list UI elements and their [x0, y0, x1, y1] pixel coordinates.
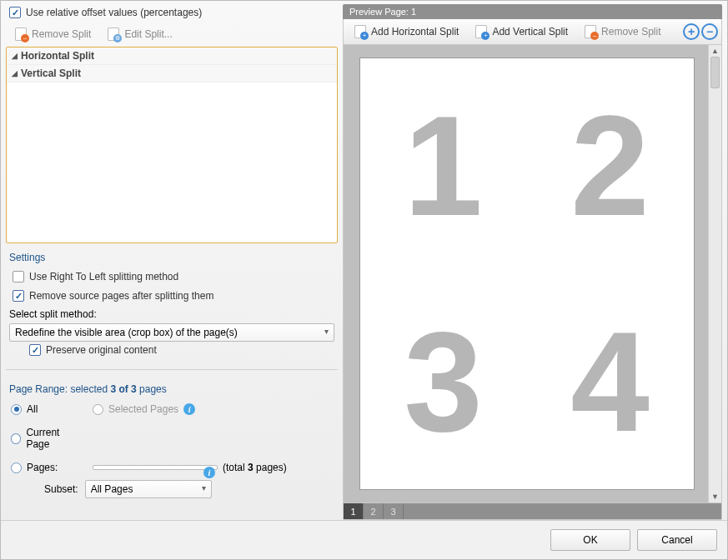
main-area: Use relative offset values (percentages)… [1, 1, 727, 520]
add-vertical-label: Add Vertical Split [492, 26, 568, 38]
add-vertical-split-button[interactable]: Add Vertical Split [468, 21, 575, 42]
total-pages-label: (total 3 pages) [223, 462, 287, 473]
radio-current-row[interactable]: Current Page [9, 423, 84, 453]
preview-header: Preview Page: 1 [343, 4, 722, 19]
quadrant-3: 3 [360, 274, 527, 490]
page-tab-2[interactable]: 2 [364, 503, 384, 519]
remove-split-label: Remove Split [32, 28, 91, 40]
split-tree[interactable]: ◢ Horizontal Split ◢ Vertical Split [6, 47, 338, 243]
radio-all-row[interactable]: All [9, 400, 84, 418]
split-method-value: Redefine the visible area (crop box) of … [15, 327, 238, 338]
subset-row: Subset: All Pages [6, 477, 338, 498]
preview-body: 1 2 3 4 ▲ ▼ [343, 45, 722, 503]
doc-v-icon [475, 25, 487, 38]
divider [6, 369, 338, 370]
add-horizontal-label: Add Horizontal Split [371, 26, 459, 38]
settings-block: Use Right To Left splitting method Remov… [6, 268, 338, 361]
preview-remove-split-label: Remove Split [601, 26, 660, 38]
remove-source-label: Remove source pages after splitting them [29, 290, 213, 302]
zoom-out-button[interactable]: − [701, 23, 718, 40]
gear-badge-icon [113, 34, 122, 42]
rtl-label: Use Right To Left splitting method [29, 271, 178, 282]
quadrant-2: 2 [527, 58, 694, 274]
edit-split-button: Edit Split... [100, 23, 179, 45]
minus-badge-icon [590, 32, 599, 40]
plus-badge-icon [360, 32, 369, 40]
use-relative-offset-row[interactable]: Use relative offset values (percentages) [6, 4, 338, 23]
radio-pages-row[interactable]: Pages: [9, 458, 84, 477]
info-icon[interactable] [183, 403, 195, 415]
tree-horizontal-split[interactable]: ◢ Horizontal Split [7, 48, 337, 65]
left-toolbar: Remove Split Edit Split... [6, 23, 338, 47]
select-split-method-label: Select split method: [9, 307, 334, 323]
subset-label: Subset: [44, 483, 78, 495]
radio-selected-row: Selected Pages [91, 400, 334, 418]
preview-remove-split-button: Remove Split [577, 21, 668, 42]
page-range-suffix: pages [137, 383, 167, 395]
edit-split-label: Edit Split... [124, 28, 172, 40]
split-pages-dialog: Use relative offset values (percentages)… [0, 0, 728, 560]
add-horizontal-split-button[interactable]: Add Horizontal Split [347, 21, 466, 42]
remove-source-checkbox[interactable] [13, 290, 24, 302]
preview-page-tabs: 1 2 3 [343, 503, 722, 520]
scroll-down-icon[interactable]: ▼ [709, 491, 721, 502]
preserve-label: Preserve original content [46, 344, 157, 356]
pages-input-row: (total 3 pages) [91, 458, 334, 477]
caret-icon: ◢ [12, 52, 18, 60]
caret-icon: ◢ [12, 69, 18, 78]
subset-value: All Pages [91, 483, 133, 495]
tree-vertical-label: Vertical Split [21, 68, 81, 79]
scroll-thumb[interactable] [710, 57, 720, 88]
subset-select[interactable]: All Pages [85, 480, 212, 498]
page-tab-3[interactable]: 3 [384, 503, 404, 519]
radio-current-label: Current Page [26, 427, 83, 450]
settings-title: Settings [6, 243, 338, 268]
preserve-checkbox[interactable] [29, 344, 41, 356]
radio-pages[interactable] [11, 462, 22, 473]
remove-split-button: Remove Split [8, 23, 98, 45]
use-relative-offset-label: Use relative offset values (percentages) [26, 7, 202, 18]
zoom-in-button[interactable]: + [683, 23, 700, 40]
preview-panel: Preview Page: 1 Add Horizontal Split Add… [343, 4, 722, 520]
preview-scrollbar[interactable]: ▲ ▼ [708, 45, 721, 502]
doc-edit-icon [108, 28, 119, 41]
radio-all-label: All [27, 403, 38, 415]
split-method-select[interactable]: Redefine the visible area (crop box) of … [9, 323, 334, 342]
minus-badge-icon [21, 34, 29, 42]
rtl-row[interactable]: Use Right To Left splitting method [9, 268, 334, 288]
cancel-button[interactable]: Cancel [637, 529, 717, 551]
page-range-prefix: Page Range: selected [9, 383, 110, 395]
scroll-up-icon[interactable]: ▲ [709, 45, 721, 57]
tree-horizontal-label: Horizontal Split [21, 50, 94, 62]
pages-input[interactable] [93, 465, 218, 470]
dialog-footer: OK Cancel [1, 520, 727, 559]
page-range-title: Page Range: selected 3 of 3 pages [6, 375, 338, 400]
radio-selected-label: Selected Pages [108, 403, 178, 415]
radio-pages-label: Pages: [27, 462, 58, 473]
page-area[interactable]: 1 2 3 4 [344, 45, 708, 502]
tree-vertical-split[interactable]: ◢ Vertical Split [7, 65, 337, 82]
page-range-block: All Selected Pages Current Page Pages: [6, 400, 338, 477]
doc-h-icon [354, 25, 366, 38]
ok-button[interactable]: OK [550, 529, 630, 551]
remove-source-row[interactable]: Remove source pages after splitting them [9, 288, 334, 307]
radio-all[interactable] [11, 404, 22, 415]
radio-current[interactable] [11, 433, 21, 444]
left-panel: Use relative offset values (percentages)… [6, 4, 338, 520]
page-tab-1[interactable]: 1 [344, 503, 364, 519]
preview-page: 1 2 3 4 [360, 58, 694, 489]
rtl-checkbox[interactable] [13, 271, 24, 282]
preview-toolbar: Add Horizontal Split Add Vertical Split … [343, 19, 722, 45]
quadrant-1: 1 [360, 58, 527, 274]
info-icon[interactable] [203, 467, 215, 478]
preserve-row[interactable]: Preserve original content [9, 342, 334, 361]
radio-selected [93, 404, 103, 415]
page-range-bold: 3 of 3 [110, 383, 136, 395]
doc-remove-icon [585, 25, 596, 38]
quadrant-4: 4 [527, 274, 694, 490]
doc-remove-icon [15, 28, 27, 41]
use-relative-offset-checkbox[interactable] [9, 7, 21, 18]
plus-badge-icon [481, 32, 490, 40]
